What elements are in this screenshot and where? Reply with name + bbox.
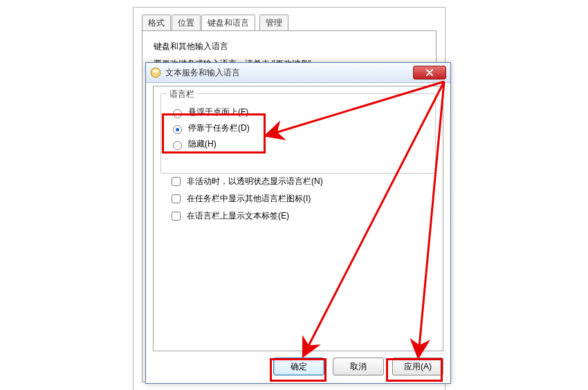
cancel-button[interactable]: 取消 — [333, 358, 384, 375]
check-text-labels-label: 在语言栏上显示文本标签(E) — [187, 210, 289, 222]
check-text-labels[interactable]: 在语言栏上显示文本标签(E) — [169, 210, 323, 223]
text-services-dialog: 文本服务和输入语言 常规 语言栏 高级键设置 语言栏 悬浮于桌面上(F) 停靠于… — [145, 62, 451, 384]
check-extra-icons-label: 在任务栏中显示其他语言栏图标(I) — [187, 193, 311, 205]
back-tab-location[interactable]: 位置 — [172, 15, 201, 30]
dialog-icon — [150, 67, 161, 78]
check-text-labels-input[interactable] — [172, 212, 181, 221]
apply-button[interactable]: 应用(A) — [392, 358, 443, 375]
radio-dock-taskbar[interactable]: 停靠于任务栏(D) — [169, 122, 427, 134]
close-button[interactable] — [413, 66, 446, 80]
ok-button[interactable]: 确定 — [273, 358, 324, 375]
radio-dock-taskbar-label: 停靠于任务栏(D) — [188, 122, 250, 134]
dialog-tab-page: 语言栏 悬浮于桌面上(F) 停靠于任务栏(D) 隐藏(H) 非活动时，以透明 — [153, 86, 443, 351]
radio-hidden-input[interactable] — [173, 141, 182, 150]
checkbox-area: 非活动时，以透明状态显示语言栏(N) 在任务栏中显示其他语言栏图标(I) 在语言… — [169, 171, 323, 227]
check-transparent-inactive[interactable]: 非活动时，以透明状态显示语言栏(N) — [169, 175, 323, 188]
radio-hidden-label: 隐藏(H) — [188, 138, 217, 150]
check-transparent-inactive-label: 非活动时，以透明状态显示语言栏(N) — [187, 176, 323, 187]
radio-hidden[interactable]: 隐藏(H) — [169, 138, 427, 150]
dialog-titlebar[interactable]: 文本服务和输入语言 — [146, 63, 450, 83]
radio-dock-taskbar-input[interactable] — [173, 125, 182, 134]
svg-point-1 — [153, 70, 158, 73]
group-title: 语言栏 — [167, 89, 197, 100]
back-tab-keyboard-language[interactable]: 键盘和语言 — [201, 15, 255, 31]
language-bar-group: 语言栏 悬浮于桌面上(F) 停靠于任务栏(D) 隐藏(H) — [160, 93, 436, 174]
back-tab-format[interactable]: 格式 — [142, 15, 171, 30]
radio-float-desktop[interactable]: 悬浮于桌面上(F) — [169, 106, 427, 118]
check-extra-icons[interactable]: 在任务栏中显示其他语言栏图标(I) — [169, 192, 323, 205]
dialog-title: 文本服务和输入语言 — [165, 67, 413, 79]
check-transparent-inactive-input[interactable] — [172, 177, 181, 186]
back-heading: 键盘和其他输入语言 — [154, 41, 425, 53]
radio-float-desktop-label: 悬浮于桌面上(F) — [188, 106, 248, 118]
back-tab-admin[interactable]: 管理 — [259, 15, 288, 30]
back-tab-strip: 格式 位置 键盘和语言 管理 — [134, 15, 445, 31]
dialog-button-row: 确定 取消 应用(A) — [153, 355, 443, 378]
check-extra-icons-input[interactable] — [172, 194, 181, 203]
radio-float-desktop-input[interactable] — [173, 109, 182, 118]
